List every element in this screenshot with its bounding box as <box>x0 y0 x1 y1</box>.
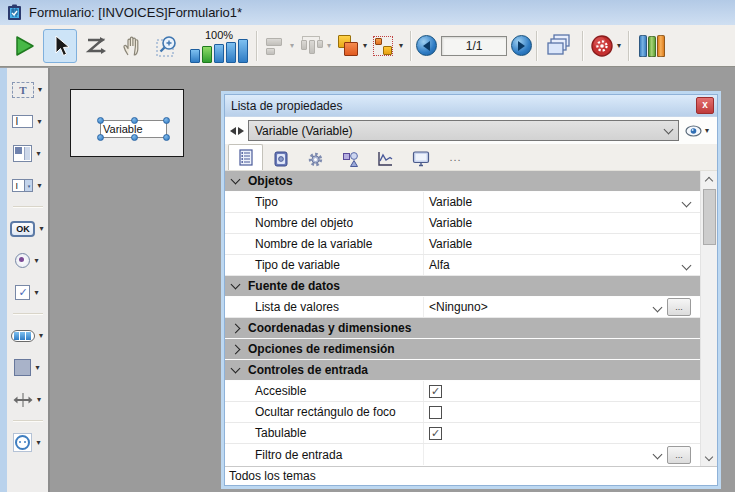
chevron-down-icon[interactable] <box>682 260 692 270</box>
zoom-bars-icon <box>190 41 248 63</box>
zoom-tool-button[interactable] <box>151 29 185 63</box>
tab-chart[interactable] <box>368 147 403 170</box>
selection-handle[interactable] <box>97 117 104 124</box>
object-selector-combo[interactable]: Variable (Variable) <box>248 120 679 141</box>
select-tool-button[interactable] <box>43 29 77 63</box>
right-arrow-icon <box>518 41 525 51</box>
selection-handle[interactable] <box>131 134 138 141</box>
dropdown-arrow-icon[interactable]: ▾ <box>36 396 42 404</box>
cascade-windows-icon <box>547 34 573 58</box>
tab-display[interactable] <box>403 147 438 170</box>
toolbox-item-frame[interactable]: ▾ <box>7 354 48 381</box>
distribute-icon <box>300 36 324 56</box>
library-button[interactable] <box>635 29 669 63</box>
cascade-views-button[interactable] <box>543 29 577 63</box>
toolbar-separator <box>256 31 258 61</box>
section-coordenadas[interactable]: Coordenadas y dimensiones <box>225 318 700 339</box>
tab-more[interactable]: ... <box>438 147 473 170</box>
property-row-tipo[interactable]: Tipo Variable <box>225 192 700 213</box>
toolbox-item-socket[interactable]: ▾ <box>7 429 48 456</box>
dropdown-arrow-icon[interactable]: ▾ <box>38 332 44 340</box>
property-row-accesible[interactable]: Accesible ✓ <box>225 381 700 402</box>
toolbox-item-list[interactable]: ▾ <box>7 140 48 167</box>
tab-general[interactable] <box>263 147 298 170</box>
property-row-filtro-entrada[interactable]: Filtro de entrada ... <box>225 444 700 465</box>
toolbox-item-radio[interactable]: ▾ <box>7 247 48 274</box>
dropdown-arrow-icon[interactable]: ▾ <box>33 257 39 265</box>
window-titlebar[interactable]: Formulario: [INVOICES]Formulario1* <box>0 0 735 25</box>
selection-handle[interactable] <box>163 134 170 141</box>
dropdown-arrow-icon[interactable]: ▾ <box>33 289 39 297</box>
page-indicator: 1/1 <box>441 36 507 56</box>
visibility-filter-button[interactable]: ▾ <box>683 125 712 137</box>
toolbox-item-label[interactable]: T ▾ <box>7 76 48 103</box>
scroll-down-icon[interactable] <box>701 450 717 466</box>
dropdown-arrow-icon[interactable]: ▾ <box>35 439 41 447</box>
tab-all-properties[interactable] <box>228 144 263 170</box>
dropdown-arrow-icon[interactable]: ▾ <box>38 225 44 233</box>
property-value: Variable <box>429 195 472 209</box>
scroll-up-icon[interactable] <box>701 171 717 187</box>
pan-tool-button[interactable] <box>115 29 149 63</box>
property-name: Accesible <box>225 381 424 401</box>
form-surface[interactable]: Variable <box>70 89 184 157</box>
selection-handle[interactable] <box>163 117 170 124</box>
run-form-button[interactable] <box>7 29 41 63</box>
section-controles-entrada[interactable]: Controles de entrada <box>225 360 700 381</box>
ellipsis-button[interactable]: ... <box>667 446 691 464</box>
scrollbar-thumb[interactable] <box>703 189 716 245</box>
window-left-border <box>0 68 7 492</box>
property-row-tipo-variable[interactable]: Tipo de variable Alfa <box>225 255 700 276</box>
check-icon: ✓ <box>431 386 440 397</box>
property-row-lista-valores[interactable]: Lista de valores <Ninguno> ... <box>225 297 700 318</box>
property-row-tabulable[interactable]: Tabulable ✓ <box>225 423 700 444</box>
toolbox-item-button[interactable]: OK ▾ <box>7 215 48 242</box>
close-icon[interactable]: x <box>696 97 714 114</box>
selection-handle[interactable] <box>97 134 104 141</box>
toolbox-item-edit[interactable]: I ▾ <box>7 108 48 135</box>
toolbox-item-checkbox[interactable]: ✓ ▾ <box>7 279 48 306</box>
stop-button[interactable]: ▾ <box>589 29 623 63</box>
ellipsis-button[interactable]: ... <box>667 298 691 316</box>
spacing-button[interactable]: ▾ <box>371 29 405 63</box>
chevron-down-icon[interactable] <box>682 197 692 207</box>
previous-object-icon[interactable] <box>230 127 236 135</box>
toolbox-item-splitter[interactable]: ▾ <box>7 386 48 413</box>
dropdown-arrow-icon[interactable]: ▾ <box>36 118 42 126</box>
dropdown-arrow-icon[interactable]: ▾ <box>37 86 43 94</box>
property-row-nombre-variable[interactable]: Nombre de la variable Variable <box>225 234 700 255</box>
variable-edit-control[interactable]: Variable <box>100 120 167 138</box>
checkbox[interactable]: ✓ <box>429 385 442 398</box>
properties-panel-titlebar[interactable]: Lista de propiedades x <box>225 95 717 117</box>
align-objects-button: ▾ <box>263 29 297 63</box>
section-opciones-redimension[interactable]: Opciones de redimensión <box>225 339 700 360</box>
next-page-button[interactable] <box>511 35 532 56</box>
chevron-down-icon[interactable] <box>653 450 663 460</box>
property-grid: Objetos Tipo Variable Nombre del objeto … <box>225 171 717 466</box>
ok-button-icon: OK <box>10 221 35 237</box>
property-row-ocultar-foco[interactable]: Ocultar rectángulo de foco ✓ <box>225 402 700 423</box>
section-fuente-de-datos[interactable]: Fuente de datos <box>225 276 700 297</box>
tab-settings[interactable] <box>298 147 333 170</box>
section-objetos[interactable]: Objetos <box>225 171 700 192</box>
dropdown-arrow-icon[interactable]: ▾ <box>35 150 41 158</box>
property-name: Tipo de variable <box>225 255 424 275</box>
static-text-icon: T <box>12 82 34 98</box>
zoom-level-indicator[interactable]: 100% <box>190 29 248 63</box>
tab-order-tool-button[interactable] <box>79 29 113 63</box>
toolbox-item-progress[interactable]: ▾ <box>7 322 48 349</box>
checkbox[interactable]: ✓ <box>429 406 442 419</box>
z-order-button[interactable]: ▾ <box>335 29 369 63</box>
selection-handle[interactable] <box>131 117 138 124</box>
next-object-icon[interactable] <box>238 127 244 135</box>
chevron-down-icon[interactable] <box>653 302 663 312</box>
tab-shapes[interactable] <box>333 147 368 170</box>
property-row-nombre-objeto[interactable]: Nombre del objeto Variable <box>225 213 700 234</box>
previous-page-button[interactable] <box>416 35 437 56</box>
checkbox[interactable]: ✓ <box>429 427 442 440</box>
section-label: Objetos <box>248 174 293 188</box>
toolbox-item-combo[interactable]: I▾ ▾ <box>7 172 48 199</box>
dropdown-arrow-icon[interactable]: ▾ <box>36 182 42 190</box>
property-grid-scrollbar[interactable] <box>700 171 717 466</box>
dropdown-arrow-icon[interactable]: ▾ <box>34 364 40 372</box>
